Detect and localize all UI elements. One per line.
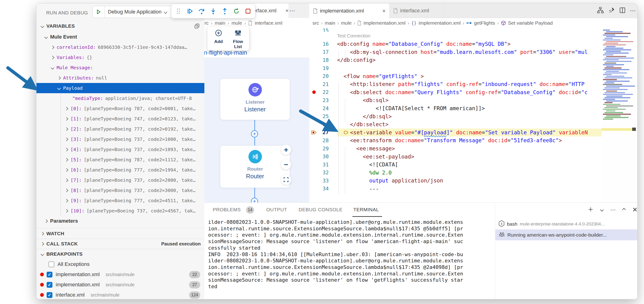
variables-tree-row[interactable]: correlationId:68966330-3c5f-11ee-9c43-14… [36,42,204,52]
code-line[interactable]: 21 <http:listener path="flights" config-… [309,80,602,88]
breakpoints-section-header[interactable]: BREAKPOINTS [36,249,204,259]
variables-tree-row[interactable]: [3]:[planeType=Boeing 737, code2=1000, t… [36,134,204,144]
session-name[interactable]: bash [507,221,518,227]
variables-tree-row[interactable]: Mule Event [36,32,204,42]
code-line[interactable]: 16<db:config name="Database_Config" doc:… [309,40,602,48]
breadcrumb-item[interactable]: main [325,20,336,26]
code-area[interactable]: 15Test Connection16<db:config name="Data… [309,26,602,202]
tab-implementation-xml[interactable]: implementation.xml × [309,4,390,18]
call-stack-section-header[interactable]: CALL STACK Paused execution [36,239,204,249]
breadcrumb-item[interactable]: src [204,20,208,26]
breadcrumb-item[interactable]: implementation.xml [364,20,406,26]
code-line[interactable]: 34 --- [309,185,602,193]
flow-list-button[interactable]: Flow List [229,29,247,49]
breadcrumb-item[interactable]: mule [341,20,352,26]
add-node-button[interactable]: Add [209,29,228,44]
variables-tree-row[interactable]: [6]:[planeType=Boeing 777, code2=1994, t… [36,165,204,175]
step-over-button[interactable] [197,7,206,16]
variables-tree-row[interactable]: [10]:[planeType=Boeing 737, code2=4567, … [36,206,204,216]
breakpoint-checkbox[interactable]: ✓ [47,282,52,288]
code-line[interactable]: 27<set-variable value="#[payload]" doc:n… [309,128,602,137]
zoom-out-button[interactable]: − [281,160,291,170]
chevron-right-icon[interactable] [65,127,68,131]
stop-button[interactable] [243,7,253,16]
launch-config-picker[interactable]: Debug Mule Application [92,6,174,18]
breakpoint-dot-icon[interactable] [312,90,316,94]
breakpoints-list[interactable]: ✓implementation.xmlsrc/main/mule22✓imple… [36,269,204,299]
chevron-right-icon[interactable] [65,137,68,141]
variables-tree-row[interactable]: Variables:{} [36,52,204,63]
continue-button[interactable] [185,7,195,16]
add-step-icon[interactable]: + [251,130,258,137]
terminal-session-row[interactable]: Running american-ws-anypoint-code-builde… [495,229,637,240]
session-name[interactable]: Running american-ws-anypoint-code-builde… [507,232,607,238]
breadcrumb-item[interactable]: getFlights [474,20,495,26]
chevron-right-icon[interactable] [65,209,68,213]
more-tabs-icon[interactable]: ⋯ [289,7,296,15]
chevron-right-icon[interactable] [65,199,68,202]
variables-tree[interactable]: Mule EventcorrelationId:68966330-3c5f-11… [36,32,204,226]
code-line[interactable]: 26 </db:select> [309,120,602,128]
code-line[interactable]: 17 <db:my-sql-connection host="mudb.lear… [309,48,602,56]
variables-tree-row[interactable]: [7]:[planeType=Boeing 737, code2=2000, t… [36,175,204,185]
code-line[interactable]: 19 [309,64,602,72]
run-deploy-icon[interactable] [608,7,615,15]
chevron-right-icon[interactable] [44,219,48,223]
all-exceptions-row[interactable]: All Exceptions [36,259,204,269]
minimap[interactable] [602,26,636,202]
chevron-down-icon[interactable] [44,35,48,39]
more-actions-icon[interactable]: ⋯ [630,7,636,15]
maximize-panel-icon[interactable] [622,208,626,212]
chevron-right-icon[interactable] [65,189,68,192]
breakpoint-row[interactable]: ✓implementation.xmlsrc/main/mule22 [36,269,204,280]
code-line[interactable]: 25 </db:sql> [309,112,602,120]
launch-config-label[interactable]: Debug Mule Application [105,9,164,15]
chevron-right-icon[interactable] [57,76,61,80]
terminal-sessions-list[interactable]: $bashmule-enterprise-standalone-4.4.0-20… [495,218,637,240]
variables-tree-row[interactable]: Parameters [36,216,204,226]
breakpoint-row[interactable]: ✓interface.xmlsrc/main/mule124 [36,290,204,299]
new-terminal-icon[interactable] [588,206,594,213]
variables-tree-row[interactable]: [5]:[planeType=Boeing 787, code2=1112, t… [36,155,204,165]
breadcrumb-item[interactable]: src [312,20,319,26]
code-line[interactable]: 18</db:config> [309,56,602,64]
drag-grip-icon[interactable] [174,7,183,16]
chevron-right-icon[interactable] [65,107,68,110]
variables-section-header[interactable]: VARIABLES [36,23,204,30]
zoom-in-button[interactable]: + [281,144,291,155]
breadcrumb-item[interactable]: implementation.xml [419,20,461,26]
variables-tree-row[interactable]: [2]:[planeType=Boeing 777, code2=0192, t… [36,124,204,134]
code-line[interactable]: 29 <ee:message> [309,144,602,153]
code-line[interactable]: 23 <db:sql> [309,96,602,104]
fit-to-screen-button[interactable] [281,175,291,185]
chevron-right-icon[interactable] [65,168,68,172]
breakpoint-checkbox[interactable]: ✓ [47,292,52,298]
breadcrumb-item[interactable]: mule [232,20,242,26]
terminal-dropdown-icon[interactable] [600,208,604,212]
variables-tree-row[interactable]: Payload [36,83,204,93]
breadcrumb-item[interactable]: interface.xml [255,20,282,26]
chevron-down-icon[interactable] [57,86,61,90]
chevron-down-icon[interactable] [40,252,44,256]
breakpoint-row[interactable]: ✓implementation.xmlsrc/main/mule27 [36,280,204,290]
chevron-down-icon[interactable] [51,66,54,70]
terminal-output[interactable]: ilder-08082023-1.0.0-SNAPSHOT-mule-appli… [208,219,494,290]
tab-output[interactable]: OUTPUT [266,207,287,212]
tab-terminal[interactable]: TERMINAL [353,207,379,212]
variables-tree-row[interactable]: Mule Message: [36,63,204,73]
variables-tree-row[interactable]: [9]:[planeType=Boeing 777, code2=4511, t… [36,196,204,206]
variables-tree-row[interactable]: ^mediaType:application/java; charset=UTF… [36,93,204,103]
code-line[interactable]: 28 <ee:transform doc:name="Transform Mes… [309,136,602,144]
terminal-session-row[interactable]: $bashmule-enterprise-standalone-4.4.0-20… [495,218,637,229]
breakpoint-checkbox[interactable]: ✓ [47,272,52,277]
chevron-down-icon[interactable] [164,10,168,14]
variables-tree-row[interactable]: [8]:[planeType=Boeing 737, code2=3000, t… [36,185,204,196]
start-debug-icon[interactable] [93,9,104,15]
close-icon[interactable]: × [285,8,288,14]
step-out-button[interactable] [220,7,230,16]
code-line[interactable]: 32 %dw 2.0 [309,169,602,177]
chevron-right-icon[interactable] [51,45,54,49]
chevron-right-icon[interactable] [40,242,44,246]
code-line[interactable]: 15 [309,26,602,32]
all-exceptions-checkbox[interactable] [48,261,54,267]
